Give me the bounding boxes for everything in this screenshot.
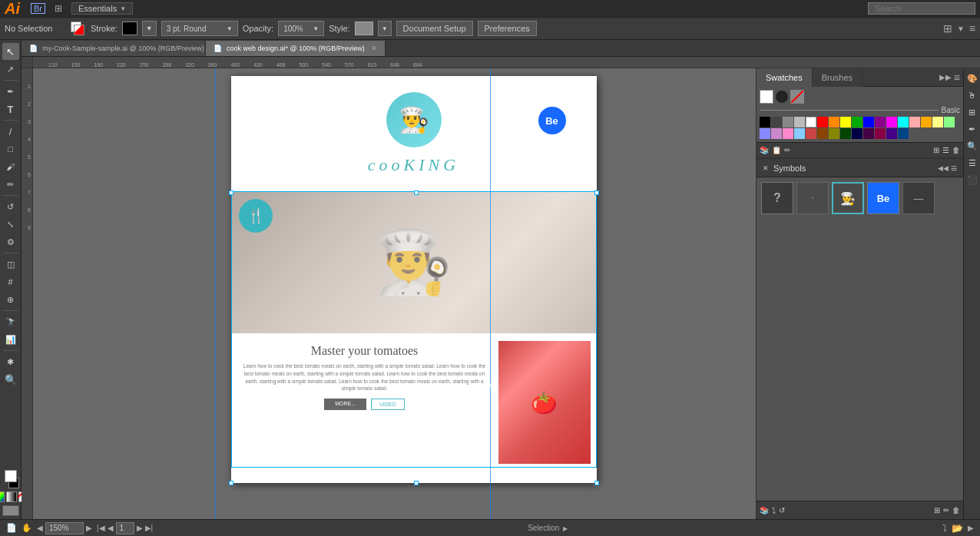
- symbol-item-3[interactable]: 👨‍🍳: [832, 182, 864, 214]
- swatch-item-26[interactable]: [852, 128, 862, 139]
- tool-rect[interactable]: □: [2, 141, 19, 157]
- tool-symbol[interactable]: ✱: [2, 353, 19, 370]
- tool-scale[interactable]: ⤡: [2, 216, 19, 233]
- swatch-item-3[interactable]: [783, 117, 793, 127]
- tool-rotate[interactable]: ↺: [2, 198, 19, 215]
- swatch-item-13[interactable]: [898, 117, 909, 127]
- swatches-edit-icon[interactable]: ✏: [784, 146, 790, 154]
- style-swatch[interactable]: [355, 22, 373, 35]
- tool-gradient[interactable]: ◫: [2, 256, 19, 273]
- swatch-item-1[interactable]: [760, 117, 770, 127]
- page-next-icon[interactable]: ▶: [137, 524, 143, 532]
- tool-direct-select[interactable]: ↗: [2, 61, 19, 78]
- symbols-break-icon[interactable]: ↺: [779, 506, 785, 514]
- swatch-item-21[interactable]: [794, 128, 805, 139]
- opacity-dropdown[interactable]: 100% ▼: [278, 21, 324, 36]
- swatch-item-15[interactable]: [921, 117, 932, 127]
- status-bar-icon-2[interactable]: 📂: [952, 523, 963, 534]
- tool-warp[interactable]: ⚙: [2, 233, 19, 250]
- pt-dropdown[interactable]: 3 pt. Round ▼: [161, 21, 238, 36]
- swatch-item-23[interactable]: [817, 128, 828, 139]
- swatches-list-icon[interactable]: ☰: [942, 146, 949, 154]
- swatch-item-19[interactable]: [771, 128, 782, 139]
- swatch-item-14[interactable]: [909, 117, 920, 127]
- tool-blob-brush[interactable]: ✏: [2, 176, 19, 193]
- swatches-menu-icon[interactable]: ≡: [954, 71, 960, 84]
- symbols-new-icon[interactable]: ⊞: [934, 506, 940, 514]
- more-button[interactable]: MORE...: [324, 399, 366, 410]
- hand-tool-icon[interactable]: ✋: [22, 523, 32, 533]
- search-input[interactable]: [868, 2, 975, 15]
- selection-mode[interactable]: Selection ▶: [157, 524, 938, 532]
- swatch-item-24[interactable]: [829, 128, 839, 139]
- swatches-grid-icon[interactable]: ⊞: [933, 146, 939, 154]
- tool-type[interactable]: T: [2, 101, 19, 117]
- status-bar-icon-1[interactable]: ⤵: [942, 523, 947, 534]
- tool-zoom[interactable]: 🔍: [2, 371, 19, 388]
- screen-mode[interactable]: [2, 505, 19, 516]
- rt-icon-4[interactable]: ✒: [965, 122, 979, 136]
- swatch-item-5[interactable]: [806, 117, 816, 127]
- tool-line[interactable]: /: [2, 123, 19, 140]
- swatch-item-17[interactable]: [944, 117, 955, 127]
- tool-brush[interactable]: 🖌: [2, 158, 19, 175]
- swatch-item-7[interactable]: [829, 117, 839, 127]
- symbols-menu-icon[interactable]: ≡: [951, 162, 957, 174]
- rt-icon-1[interactable]: 🎨: [965, 71, 979, 85]
- symbol-item-2[interactable]: ·: [796, 182, 829, 214]
- workspace-button[interactable]: Essentials ▼: [71, 2, 133, 15]
- preferences-button[interactable]: Preferences: [478, 21, 537, 36]
- swatch-item-30[interactable]: [898, 128, 909, 139]
- tool-select[interactable]: ↖: [2, 43, 19, 60]
- swatch-item-16[interactable]: [932, 117, 943, 127]
- symbols-delete-icon[interactable]: 🗑: [952, 506, 960, 514]
- swatches-delete-icon[interactable]: 🗑: [952, 146, 960, 154]
- swatch-item-20[interactable]: [783, 128, 793, 139]
- swatch-item-12[interactable]: [886, 117, 897, 127]
- page-input[interactable]: 1: [116, 522, 134, 534]
- symbol-item-4[interactable]: Be: [867, 182, 899, 214]
- swatch-item-4[interactable]: [794, 117, 805, 127]
- swatches-expand-icon[interactable]: ▶▶: [939, 73, 952, 81]
- tab-my-cook[interactable]: 📄 my-Cook-Sample-sample.ai @ 100% (RGB/P…: [22, 41, 206, 56]
- swatch-black-circle[interactable]: [775, 90, 789, 104]
- rt-icon-3[interactable]: ⊞: [965, 105, 979, 119]
- swatch-item-29[interactable]: [886, 128, 897, 139]
- tab-swatches[interactable]: Swatches: [757, 68, 813, 87]
- swatch-item-25[interactable]: [840, 128, 851, 139]
- swatches-libraries-icon[interactable]: 📚: [760, 146, 769, 154]
- status-arrow-icon[interactable]: ▶: [968, 524, 974, 532]
- tool-graph[interactable]: 📊: [2, 331, 19, 348]
- symbols-close-icon[interactable]: ✕: [763, 164, 769, 172]
- style-dropdown[interactable]: ▼: [378, 21, 392, 36]
- artboard[interactable]: Be 👨‍🍳 cooKING 🍴: [231, 76, 597, 483]
- symbol-item-1[interactable]: ?: [761, 182, 793, 214]
- nav-next-icon[interactable]: ▶: [86, 524, 92, 532]
- symbols-libraries-icon[interactable]: 📚: [760, 506, 769, 514]
- tab-cook-web[interactable]: 📄 cook web design.ai* @ 100% (RGB/Previe…: [206, 41, 386, 56]
- symbols-place-icon[interactable]: ⤵: [772, 506, 776, 514]
- rt-icon-7[interactable]: ⬛: [965, 173, 979, 187]
- symbols-edit-icon[interactable]: ✏: [943, 506, 949, 514]
- bridge-logo[interactable]: Br: [31, 3, 45, 14]
- swatch-item-8[interactable]: [840, 117, 851, 127]
- swatch-item-28[interactable]: [875, 128, 886, 139]
- stroke-options-dropdown[interactable]: ▼: [142, 21, 157, 36]
- fill-swatch[interactable]: [71, 22, 86, 35]
- symbol-item-5[interactable]: —: [902, 182, 935, 214]
- swatch-white[interactable]: [760, 90, 773, 104]
- swatch-item-22[interactable]: [806, 128, 816, 139]
- swatch-item-18[interactable]: [760, 128, 770, 139]
- rt-icon-2[interactable]: 🖱: [965, 88, 979, 102]
- swatch-item-9[interactable]: [852, 117, 862, 127]
- symbols-collapse-icon[interactable]: ◀◀: [938, 164, 949, 172]
- tool-pen[interactable]: ✒: [2, 83, 19, 100]
- swatch-none[interactable]: [790, 90, 804, 104]
- tab-brushes[interactable]: Brushes: [813, 68, 862, 87]
- video-button[interactable]: VIDEO: [371, 399, 405, 410]
- swatches-new-icon[interactable]: 📋: [772, 146, 781, 154]
- document-setup-button[interactable]: Document Setup: [396, 21, 473, 36]
- swatch-item-6[interactable]: [817, 117, 828, 127]
- page-last-icon[interactable]: ▶|: [145, 524, 154, 532]
- rt-icon-6[interactable]: ☰: [965, 156, 979, 170]
